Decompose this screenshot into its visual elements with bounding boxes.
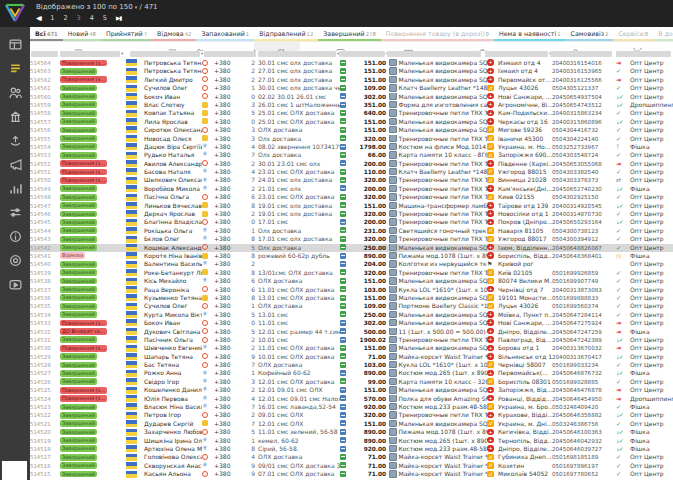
client-name[interactable]: Благінна Владіслава — [144, 218, 202, 226]
client-phone[interactable]: +380 — [214, 151, 244, 159]
tracking-number[interactable]: 20450647284114 — [552, 311, 616, 319]
table-row[interactable]: 514518 Завершений Артюхіна Олена Ми... +… — [30, 445, 673, 453]
page-2[interactable]: 2 — [63, 14, 67, 22]
client-phone[interactable]: +380 — [214, 168, 244, 176]
client-phone[interactable]: +380 — [214, 135, 244, 143]
client-phone[interactable]: +380 — [214, 126, 244, 134]
client-phone[interactable]: +380 — [214, 344, 244, 352]
client-name[interactable]: Артюхіна Олена Ми... — [144, 445, 202, 453]
client-phone[interactable]: +380 — [214, 84, 244, 92]
client-phone[interactable]: +380 — [214, 193, 244, 201]
table-row[interactable]: 514553 Завершений Рудько Наталья +380 7 … — [30, 151, 673, 159]
tab-завершений[interactable]: Завершений278 — [318, 27, 381, 41]
table-row[interactable]: 514523 Завершений Власюк Ніна Василі... … — [30, 403, 673, 411]
table-row[interactable]: 514540 Завершений Валентина Василье... +… — [30, 260, 673, 268]
table-row[interactable]: 514550 Повернення (з... Шелкович Олексан… — [30, 176, 673, 184]
tracking-number[interactable]: 20450653055068 — [552, 160, 616, 168]
table-row[interactable]: 514532 ДО Возврат ск... Дукович Світлана… — [30, 328, 673, 336]
client-name[interactable]: Басова Наталя — [144, 168, 202, 176]
table-row[interactable]: 514549 Завершений Воробйов Микола +380 2… — [30, 185, 673, 193]
client-phone[interactable]: +380 — [214, 319, 244, 327]
client-phone[interactable]: +380 — [214, 277, 244, 285]
tracking-number[interactable]: 0504304416732 — [552, 126, 616, 134]
sidebar-item-settings[interactable] — [0, 201, 30, 223]
tracking-number[interactable]: 0501698185189 — [552, 453, 616, 461]
client-name[interactable]: Влас Слотюу — [144, 101, 202, 109]
client-name[interactable]: Коротя Ніна Іванівна — [144, 252, 202, 260]
client-name[interactable]: Петров Ігор — [144, 411, 202, 419]
table-row[interactable]: 514542 Завершений Кошмак Александр +380 … — [30, 244, 673, 252]
tracking-number[interactable]: 20450648826087 — [552, 244, 616, 252]
client-name[interactable]: Кошеленко Данил — [144, 386, 202, 394]
client-phone[interactable]: +380 — [214, 101, 244, 109]
client-name[interactable]: Юлія Первова — [144, 395, 202, 403]
client-name[interactable]: Шапарь Тетяна — [144, 353, 202, 361]
table-row[interactable]: 514559 Завершений Влас Слотюу +380 3 26.… — [30, 101, 673, 109]
tracking-number[interactable]: 0503248409420 — [552, 403, 616, 411]
filter-dropdown-icon[interactable]: ▾ — [201, 51, 203, 56]
table-row[interactable]: 514524 Повернення (з... Юлія Первова +38… — [30, 395, 673, 403]
client-name[interactable]: Рудько Наталья — [144, 151, 202, 159]
tracking-number[interactable] — [552, 260, 616, 268]
tracking-number[interactable]: 0504303382540 — [552, 168, 616, 176]
client-phone[interactable]: +380 — [214, 76, 244, 84]
sidebar-item-video[interactable] — [0, 273, 30, 295]
client-name[interactable]: Кошмак Александр — [144, 244, 202, 252]
client-phone[interactable]: +380 — [214, 67, 244, 75]
tab-сервіси[interactable]: Сервіси0 — [613, 27, 653, 41]
tracking-number[interactable]: 20450647247259 — [552, 328, 616, 336]
page-5[interactable]: 5 — [103, 14, 107, 22]
table-row[interactable]: 514534 Завершений Курта Микола Вікто... … — [30, 311, 673, 319]
client-name[interactable]: Бокоч Иван — [144, 93, 202, 101]
table-row[interactable]: 514558 Завершений Ковпак Татьяна +380 5 … — [30, 109, 673, 117]
table-row[interactable]: 514541 Відмова Коротя Ніна Іванівна +380… — [30, 252, 673, 260]
tab-all[interactable]: Всі471 — [30, 27, 63, 41]
client-name[interactable]: Раца Вероніка — [144, 286, 202, 294]
sidebar-item-info[interactable] — [0, 225, 30, 247]
client-phone[interactable]: +380 — [214, 109, 244, 117]
tracking-number[interactable]: 20400313873083 — [552, 286, 616, 294]
tracking-number[interactable]: 0501699888833 — [552, 294, 616, 302]
client-name[interactable]: Авилов Александр — [144, 160, 202, 168]
client-name[interactable]: Скворунская Анаст... — [144, 462, 202, 470]
tracking-number[interactable]: 20450648368401 — [552, 252, 616, 260]
table-row[interactable]: 514551 Повернення (з... Басова Наталя +3… — [30, 168, 673, 176]
client-name[interactable]: Кузьменко Тетяна — [144, 294, 202, 302]
tab-відправлений[interactable]: Відправлений12 — [254, 27, 318, 41]
tracking-number[interactable]: 20450652740230 — [552, 185, 616, 193]
table-row[interactable]: 514560 Завершений Бокоч Иван +380 0 02.0… — [30, 93, 673, 101]
filter-dropdown-icon[interactable]: ▾ — [121, 51, 123, 56]
client-name[interactable]: Кісь Михайло — [144, 277, 202, 285]
table-row[interactable]: 514552 Повернення (з... Авилов Александр… — [30, 160, 673, 168]
table-row[interactable]: 514554 Завершений Дацюк Віра Сергіївна +… — [30, 143, 673, 151]
tracking-number[interactable]: 20450646476878 — [552, 386, 616, 394]
client-phone[interactable]: +380 — [214, 185, 244, 193]
client-phone[interactable]: +380 — [214, 286, 244, 294]
table-row[interactable]: 514526 Завершений Свідро Ігор +380 3 12.… — [30, 378, 673, 386]
filter-input-4[interactable] — [258, 51, 336, 57]
tracking-number[interactable]: 0504303548724 — [552, 151, 616, 159]
client-phone[interactable]: +380 — [214, 403, 244, 411]
filter-input-3[interactable] — [204, 51, 256, 57]
client-name[interactable]: Шелкович Олексан... — [144, 176, 202, 184]
table-row[interactable]: 514556 Завершений Сиротюк Олександр +380… — [30, 126, 673, 134]
client-phone[interactable]: +380 — [214, 269, 244, 277]
client-phone[interactable]: +380 — [214, 378, 244, 386]
tab-новий[interactable]: Новий48 — [63, 27, 101, 41]
sidebar-item-support[interactable] — [0, 249, 30, 271]
client-phone[interactable]: +380 — [214, 210, 244, 218]
tracking-number[interactable]: 20450654743512 — [552, 101, 616, 109]
tab-нема-в-наявності[interactable]: Нема в наявності1 — [494, 27, 566, 41]
tracking-number[interactable]: 20450646042932 — [552, 437, 616, 445]
tracking-number[interactable]: 0504300394912 — [552, 235, 616, 243]
tracking-number[interactable]: 20400316154016 — [552, 59, 616, 67]
last-page-button[interactable]: ▶▮ — [116, 15, 121, 21]
client-name[interactable]: Власюк Ніна Василі... — [144, 403, 202, 411]
client-name[interactable]: Шевченко Евгений — [144, 344, 202, 352]
tracking-number[interactable]: 20450646039727 — [552, 445, 616, 453]
sidebar-item-marketing[interactable] — [0, 153, 30, 175]
table-row[interactable]: 514543 Завершений Бєлов Олег +380 8 17.0… — [30, 235, 673, 243]
table-row[interactable]: 514538 Завершений Кісь Михайло +380 6 ОЛ… — [30, 277, 673, 285]
client-name[interactable]: Дукович Світлана — [144, 328, 202, 336]
client-phone[interactable]: +380 — [214, 252, 244, 260]
